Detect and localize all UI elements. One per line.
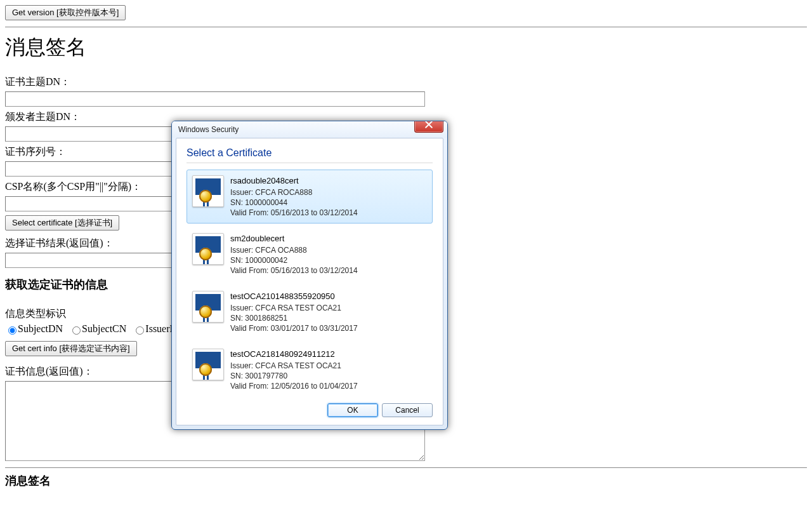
certificate-issuer: Issuer: CFCA RSA TEST OCA21 — [230, 303, 358, 313]
divider — [5, 27, 807, 27]
certificate-icon — [192, 349, 224, 380]
certificate-list: rsadouble2048certIssuer: CFCA ROCA888SN:… — [187, 170, 433, 397]
heading-message-signature-2: 消息签名 — [5, 473, 807, 488]
certificate-sn: SN: 3001797780 — [230, 371, 358, 381]
input-issuer-dn[interactable] — [5, 126, 174, 142]
close-icon — [425, 121, 433, 134]
certificate-issuer: Issuer: CFCA RSA TEST OCA21 — [230, 361, 358, 371]
certificate-name: rsadouble2048cert — [230, 175, 358, 187]
certificate-name: testOCA2101488355920950 — [230, 291, 358, 302]
input-serial[interactable] — [5, 161, 174, 177]
certificate-icon — [192, 175, 224, 207]
windows-security-dialog: Windows Security Select a Certificate rs… — [171, 121, 448, 430]
certificate-name: sm2doublecert — [230, 233, 358, 244]
radio-subjectcn-label: SubjectCN — [82, 323, 126, 334]
dialog-titlebar[interactable]: Windows Security — [172, 121, 447, 138]
radio-issuerdn[interactable] — [136, 326, 144, 335]
cancel-button[interactable]: Cancel — [382, 403, 433, 417]
certificate-icon — [192, 291, 224, 323]
get-version-button[interactable]: Get version [获取控件版本号] — [5, 5, 126, 20]
certificate-valid: Valid From: 12/05/2016 to 01/04/2017 — [230, 381, 358, 391]
ok-button[interactable]: OK — [327, 403, 378, 417]
certificate-sn: SN: 1000000042 — [230, 255, 358, 265]
certificate-icon — [192, 233, 224, 265]
certificate-text: sm2doublecertIssuer: CFCA OCA888SN: 1000… — [230, 233, 358, 276]
select-certificate-button[interactable]: Select certificate [选择证书] — [5, 215, 119, 231]
certificate-sn: SN: 3001868251 — [230, 313, 358, 323]
radio-subjectdn[interactable] — [8, 326, 16, 335]
dialog-header: Select a Certificate — [187, 147, 433, 159]
heading-message-signature: 消息签名 — [5, 34, 807, 62]
divider — [5, 467, 807, 468]
certificate-issuer: Issuer: CFCA ROCA888 — [230, 187, 358, 197]
input-csp[interactable] — [5, 196, 174, 211]
certificate-valid: Valid From: 03/01/2017 to 03/31/2017 — [230, 323, 358, 333]
radio-subjectcn[interactable] — [72, 326, 81, 335]
divider — [187, 163, 433, 163]
label-subject-dn: 证书主题DN： — [5, 76, 807, 89]
dialog-title-text: Windows Security — [178, 125, 239, 134]
certificate-text: testOCA2181480924911212Issuer: CFCA RSA … — [230, 349, 358, 391]
certificate-text: rsadouble2048certIssuer: CFCA ROCA888SN:… — [230, 175, 358, 218]
certificate-item[interactable]: testOCA2181480924911212Issuer: CFCA RSA … — [187, 343, 433, 397]
certificate-valid: Valid From: 05/16/2013 to 03/12/2014 — [230, 208, 358, 218]
input-select-result[interactable] — [5, 253, 174, 268]
certificate-item[interactable]: sm2doublecertIssuer: CFCA OCA888SN: 1000… — [187, 227, 433, 281]
certificate-sn: SN: 1000000044 — [230, 197, 358, 208]
certificate-text: testOCA2101488355920950Issuer: CFCA RSA … — [230, 291, 358, 333]
certificate-issuer: Issuer: CFCA OCA888 — [230, 245, 358, 255]
get-cert-info-button[interactable]: Get cert info [获得选定证书内容] — [5, 341, 137, 356]
input-subject-dn[interactable] — [5, 91, 425, 107]
certificate-item[interactable]: rsadouble2048certIssuer: CFCA ROCA888SN:… — [187, 170, 433, 224]
radio-subjectdn-label: SubjectDN — [18, 323, 63, 334]
close-button[interactable] — [414, 121, 443, 133]
certificate-item[interactable]: testOCA2101488355920950Issuer: CFCA RSA … — [187, 285, 433, 339]
certificate-name: testOCA2181480924911212 — [230, 349, 358, 360]
certificate-valid: Valid From: 05/16/2013 to 03/12/2014 — [230, 265, 358, 276]
